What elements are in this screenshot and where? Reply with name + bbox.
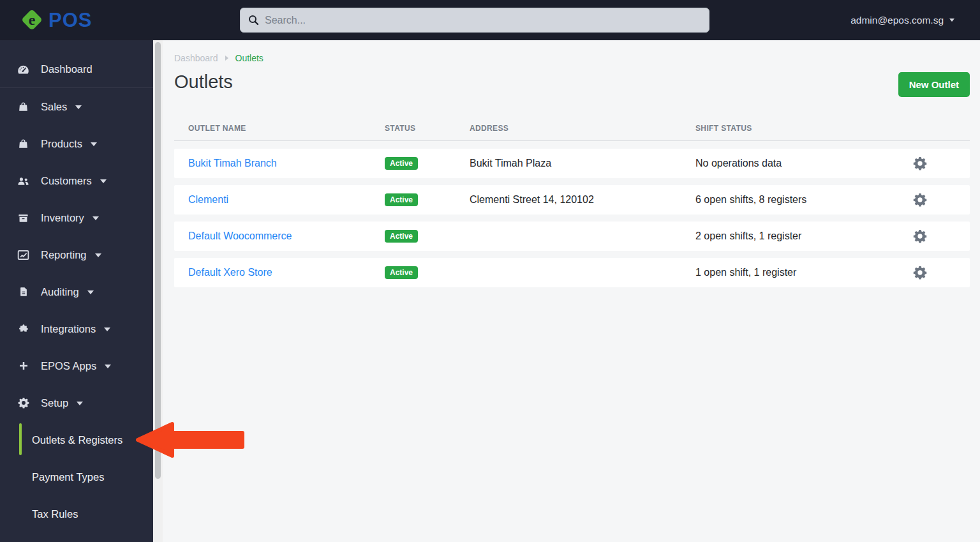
shift-status-cell: No operations data — [695, 158, 870, 169]
sidebar-item-label: Reporting — [41, 249, 87, 261]
document-icon — [16, 286, 31, 297]
shopping-bag-icon — [16, 138, 31, 150]
sidebar-subitem-label: Tax Rules — [32, 508, 78, 520]
column-header-address: ADDRESS — [470, 124, 695, 133]
address-cell: Clementi Street 14, 120102 — [470, 194, 695, 206]
shopping-bag-icon — [16, 101, 31, 113]
chevron-down-icon — [91, 142, 97, 146]
breadcrumb-separator-icon — [225, 56, 228, 61]
global-search — [240, 8, 709, 33]
table-row: Default Woocommerce Active 2 open shifts… — [174, 222, 970, 251]
outlet-link[interactable]: Bukit Timah Branch — [188, 158, 277, 169]
sidebar-item-dashboard[interactable]: Dashboard — [0, 50, 153, 87]
sidebar-item-label: Customers — [41, 175, 92, 187]
epos-logo-text: POS — [48, 9, 92, 32]
user-email: admin@epos.com.sg — [850, 15, 944, 26]
sidebar-item-customers[interactable]: Customers — [0, 162, 153, 199]
sidebar-subitem-tax-rules[interactable]: Tax Rules — [0, 495, 153, 532]
sidebar-item-sales[interactable]: Sales — [0, 88, 153, 125]
epos-logo-e-icon: e — [18, 6, 46, 34]
column-header-status: STATUS — [385, 124, 470, 133]
sidebar-item-inventory[interactable]: Inventory — [0, 199, 153, 236]
epos-logo[interactable]: e POS — [18, 6, 92, 34]
chevron-down-icon — [75, 105, 82, 109]
outlets-table: OUTLET NAME STATUS ADDRESS SHIFT STATUS … — [174, 124, 970, 287]
shift-status-cell: 1 open shift, 1 register — [695, 267, 870, 278]
status-badge: Active — [385, 230, 418, 243]
gear-icon — [913, 193, 927, 207]
breadcrumb-dashboard-link[interactable]: Dashboard — [174, 53, 218, 63]
status-badge: Active — [385, 157, 418, 170]
table-row: Clementi Active Clementi Street 14, 1201… — [174, 185, 970, 215]
dashboard-icon — [16, 63, 31, 76]
search-input[interactable] — [265, 15, 701, 26]
chevron-down-icon — [77, 402, 83, 405]
column-header-outlet-name: OUTLET NAME — [174, 124, 385, 133]
sidebar-item-label: EPOS Apps — [41, 360, 96, 372]
sidebar-item-products[interactable]: Products — [0, 125, 153, 162]
row-settings-button[interactable] — [870, 156, 970, 170]
shift-status-cell: 2 open shifts, 1 register — [695, 230, 870, 242]
sidebar-item-auditing[interactable]: Auditing — [0, 273, 153, 310]
gear-icon — [913, 156, 927, 170]
top-bar: e POS admin@epos.com.sg — [0, 0, 980, 40]
search-icon — [248, 15, 259, 26]
shift-status-cell: 6 open shifts, 8 registers — [695, 194, 870, 206]
archive-box-icon — [16, 212, 31, 224]
outlet-link[interactable]: Clementi — [188, 194, 228, 205]
sidebar-item-label: Products — [41, 138, 82, 150]
sidebar-subitem-label: Payment Types — [32, 471, 104, 483]
sidebar-subitem-outlets-registers[interactable]: Outlets & Registers — [0, 421, 153, 458]
sidebar-subitem-label: Outlets & Registers — [32, 434, 122, 446]
sidebar-item-label: Setup — [41, 397, 68, 409]
sidebar-item-label: Auditing — [41, 286, 79, 298]
sidebar-item-label: Integrations — [41, 323, 96, 335]
sidebar-item-label: Sales — [41, 101, 67, 113]
sidebar-subitem-payment-types[interactable]: Payment Types — [0, 458, 153, 495]
table-row: Default Xero Store Active 1 open shift, … — [174, 258, 970, 287]
chevron-down-icon — [100, 179, 107, 183]
status-badge: Active — [385, 193, 418, 206]
chevron-down-icon — [95, 253, 101, 257]
row-settings-button[interactable] — [870, 229, 970, 243]
chevron-down-icon — [87, 290, 94, 294]
sidebar-item-label: Dashboard — [41, 63, 93, 75]
row-settings-button[interactable] — [870, 193, 970, 207]
breadcrumb-current: Outlets — [235, 53, 264, 63]
new-outlet-button[interactable]: New Outlet — [898, 72, 970, 97]
sidebar-item-epos-apps[interactable]: EPOS Apps — [0, 347, 153, 384]
outlet-link[interactable]: Default Xero Store — [188, 267, 272, 278]
row-settings-button[interactable] — [870, 266, 970, 280]
sidebar-scrollbar-thumb[interactable] — [155, 42, 161, 479]
gear-icon — [913, 229, 927, 243]
gear-icon — [913, 266, 927, 280]
chevron-down-icon — [93, 216, 99, 220]
sidebar-scrollbar-track[interactable] — [153, 40, 163, 542]
user-menu[interactable]: admin@epos.com.sg — [850, 0, 954, 40]
sidebar: Dashboard Sales Products Customers Inven… — [0, 40, 153, 542]
sidebar-item-integrations[interactable]: Integrations — [0, 310, 153, 347]
chevron-down-icon — [104, 327, 110, 331]
users-icon — [16, 174, 31, 188]
sidebar-item-setup[interactable]: Setup — [0, 384, 153, 421]
svg-text:e: e — [29, 11, 36, 28]
table-header-row: OUTLET NAME STATUS ADDRESS SHIFT STATUS — [174, 124, 970, 141]
chevron-down-icon — [105, 365, 111, 368]
address-cell: Bukit Timah Plaza — [470, 158, 695, 169]
outlet-link[interactable]: Default Woocommerce — [188, 230, 292, 241]
gear-icon — [16, 397, 31, 409]
chart-line-icon — [16, 248, 31, 262]
chevron-down-icon — [949, 19, 954, 22]
status-badge: Active — [385, 266, 418, 279]
plus-icon — [16, 360, 31, 372]
sidebar-item-label: Inventory — [41, 212, 84, 224]
main-content: Dashboard Outlets Outlets New Outlet OUT… — [163, 40, 980, 542]
table-row: Bukit Timah Branch Active Bukit Timah Pl… — [174, 149, 970, 178]
breadcrumb: Dashboard Outlets — [174, 53, 970, 63]
page-title: Outlets — [174, 72, 233, 93]
puzzle-piece-icon — [16, 323, 31, 335]
sidebar-item-reporting[interactable]: Reporting — [0, 236, 153, 273]
column-header-shift-status: SHIFT STATUS — [695, 124, 870, 133]
